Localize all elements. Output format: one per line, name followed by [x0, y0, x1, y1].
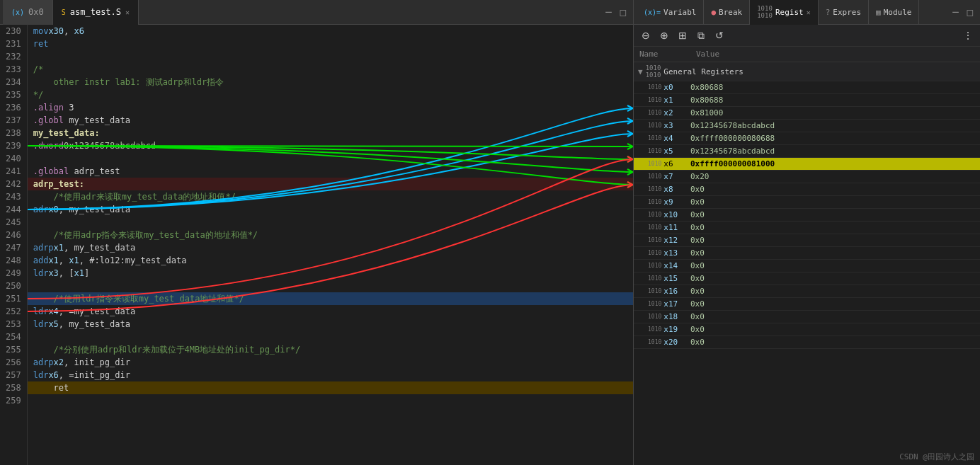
register-row[interactable]: 1010x60xffff000000081000: [634, 158, 980, 171]
tab-modules[interactable]: ▦ Module: [869, 0, 919, 25]
reg-name-x6: 1010x6: [648, 159, 690, 168]
reg-name-x3: 1010x3: [648, 121, 690, 130]
reg-value-x6: 0xffff000000081000: [690, 159, 974, 168]
expand-all-button[interactable]: ⊕: [656, 28, 672, 43]
code-line: adr x0, my_test_data: [28, 203, 633, 216]
code-line: */: [28, 88, 633, 101]
reg-value-x8: 0x0: [690, 185, 974, 194]
register-row[interactable]: 1010x190x0: [634, 323, 980, 336]
code-line: other instr lab1: 测试adrp和ldr指令: [28, 76, 633, 88]
collapse-all-button[interactable]: ⊖: [638, 28, 654, 43]
code-line: [28, 216, 633, 229]
register-row[interactable]: 1010x80x0: [634, 183, 980, 196]
code-line: [28, 152, 633, 165]
code-area: 2302312322332342352362372382392402412422…: [0, 25, 633, 465]
reg-value-x11: 0x0: [690, 223, 974, 232]
register-row[interactable]: 1010x150x0: [634, 272, 980, 285]
reg-name-x10: 1010x10: [648, 210, 690, 219]
group-register-icon: 10101010: [646, 64, 661, 79]
code-line: /*使用ldr指令来读取my_test_data地址和值*/: [28, 292, 633, 305]
register-row[interactable]: 1010x40xffff000000080688: [634, 132, 980, 145]
reg-name-x1: 1010x1: [648, 96, 690, 105]
register-row[interactable]: 1010x110x0: [634, 222, 980, 234]
reg-name-x5: 1010x5: [648, 147, 690, 156]
register-row[interactable]: 1010x50x12345678abcdabcd: [634, 145, 980, 158]
general-registers-group[interactable]: ▼ 10101010 General Registers: [634, 62, 980, 81]
general-registers-label: General Registers: [663, 67, 743, 76]
right-panel: (x)= Variabl ● Break 10101010 Regist ✕ ?…: [634, 0, 980, 465]
close-registers-tab-icon[interactable]: ✕: [807, 8, 811, 16]
reg-name-x8: 1010x8: [648, 185, 690, 194]
code-line: my_test_data:: [28, 127, 633, 139]
reg-value-x7: 0x20: [690, 172, 974, 181]
reg-name-x9: 1010x9: [648, 197, 690, 207]
tab-modules-label: Module: [884, 8, 912, 17]
minimize-right-icon[interactable]: ─: [948, 6, 962, 18]
register-row[interactable]: 1010x200x0: [634, 336, 980, 349]
register-row[interactable]: 1010x10x80688: [634, 94, 980, 107]
register-row[interactable]: 1010x130x0: [634, 247, 980, 260]
reg-name-x17: 1010x17: [648, 299, 690, 309]
reg-name-x7: 1010x7: [648, 172, 690, 181]
tab-expressions-label: Expres: [833, 8, 861, 17]
reg-value-x2: 0x81000: [690, 108, 974, 117]
modules-icon: ▦: [876, 8, 881, 17]
close-tab-icon[interactable]: ✕: [125, 8, 130, 16]
reg-value-x16: 0x0: [690, 287, 974, 296]
code-content[interactable]: mov x30, x6 ret/* other instr lab1: 测试ad…: [28, 25, 633, 465]
reg-value-x10: 0x0: [690, 210, 974, 219]
register-row[interactable]: 1010x170x0: [634, 298, 980, 311]
code-line: /*分别使用adrp和ldr来加载位于4MB地址处的init_pg_dir*/: [28, 343, 633, 356]
reg-name-x15: 1010x15: [648, 274, 690, 283]
code-line: ldr x5, my_test_data: [28, 318, 633, 331]
reg-value-x12: 0x0: [690, 236, 974, 245]
reg-name-x4: 1010x4: [648, 134, 690, 143]
tab-registers-label: Regist: [775, 8, 804, 17]
tab-breakpoints[interactable]: ● Break: [704, 0, 750, 25]
registers-area[interactable]: Name Value ▼ 10101010 General Registers …: [634, 47, 980, 465]
code-line: ret: [28, 381, 633, 394]
register-row[interactable]: 1010x140x0: [634, 260, 980, 272]
tab-expressions[interactable]: ? Expres: [819, 0, 869, 25]
register-row[interactable]: 1010x160x0: [634, 285, 980, 298]
maximize-editor-icon[interactable]: □: [616, 6, 630, 18]
register-row[interactable]: 1010x70x20: [634, 171, 980, 183]
register-row[interactable]: 1010x30x12345678abcdabcd: [634, 120, 980, 132]
reg-value-x18: 0x0: [690, 312, 974, 321]
code-line: .globl my_test_data: [28, 114, 633, 127]
layout-button[interactable]: ⊞: [675, 28, 690, 43]
register-row[interactable]: 1010x90x0: [634, 196, 980, 209]
reg-name-x19: 1010x19: [648, 325, 690, 334]
tab-asm[interactable]: S asm_test.S ✕: [53, 0, 139, 25]
register-row[interactable]: 1010x180x0: [634, 311, 980, 323]
code-line: ldr x4, =my_test_data: [28, 305, 633, 318]
menu-button[interactable]: ⋮: [960, 28, 976, 43]
tab-breakpoints-label: Break: [719, 8, 742, 17]
reg-value-x13: 0x0: [690, 248, 974, 258]
register-row[interactable]: 1010x20x81000: [634, 107, 980, 120]
tab-hex[interactable]: (x) 0x0: [3, 0, 53, 25]
minimize-editor-icon[interactable]: ─: [601, 6, 615, 18]
tab-registers[interactable]: 10101010 Regist ✕: [750, 0, 818, 25]
code-line: mov x30, x6: [28, 25, 633, 38]
reg-value-x5: 0x12345678abcdabcd: [690, 147, 974, 156]
code-line: /*使用adr来读取my_test_data的地址和值*/: [28, 190, 633, 203]
code-line: adrp_test:: [28, 178, 633, 190]
code-line: ret: [28, 38, 633, 50]
reg-name-x0: 1010x0: [648, 83, 690, 92]
register-row[interactable]: 1010x120x0: [634, 234, 980, 247]
copy-button[interactable]: ⧉: [693, 28, 709, 43]
registers-icon: 10101010: [757, 5, 773, 19]
reg-value-x9: 0x0: [690, 197, 974, 207]
maximize-right-icon[interactable]: □: [963, 6, 977, 18]
code-line: .align 3: [28, 101, 633, 114]
breakpoint-icon: ●: [711, 8, 716, 17]
tab-variables[interactable]: (x)= Variabl: [637, 0, 704, 25]
code-line: ldr x6, =init_pg_dir: [28, 369, 633, 381]
reg-value-x4: 0xffff000000080688: [690, 134, 974, 143]
code-line: [28, 394, 633, 407]
restore-button[interactable]: ↺: [712, 28, 727, 43]
register-row[interactable]: 1010x00x80688: [634, 81, 980, 94]
reg-value-x20: 0x0: [690, 338, 974, 347]
register-row[interactable]: 1010x100x0: [634, 209, 980, 222]
